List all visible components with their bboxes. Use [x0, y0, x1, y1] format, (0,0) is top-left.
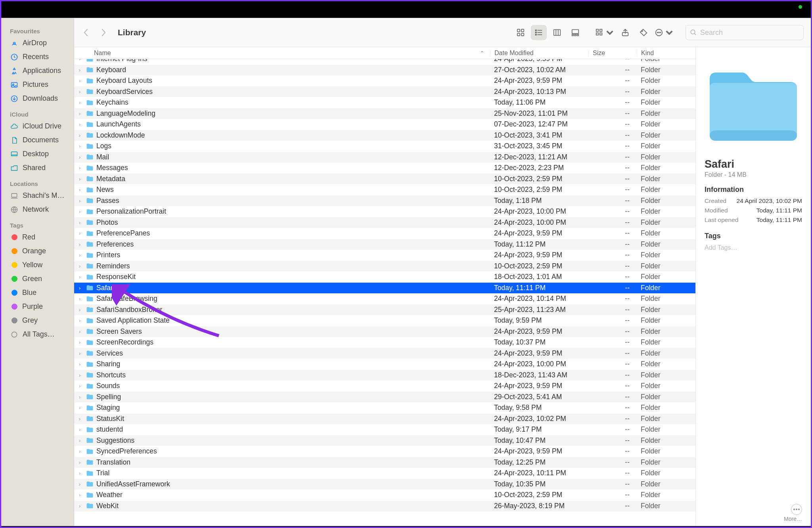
- table-row[interactable]: › LaunchAgents 07-Dec-2023, 12:47 PM -- …: [74, 119, 695, 130]
- sidebar-item-desktop[interactable]: Desktop: [1, 147, 74, 161]
- sidebar-item-icloud-drive[interactable]: iCloud Drive: [1, 119, 74, 133]
- table-row[interactable]: › Messages 12-Dec-2023, 2:23 PM -- Folde…: [74, 163, 695, 174]
- disclosure-chevron-icon[interactable]: ›: [79, 285, 84, 291]
- table-row[interactable]: › ScreenRecordings Today, 10:37 PM -- Fo…: [74, 337, 695, 348]
- disclosure-chevron-icon[interactable]: ›: [79, 165, 84, 171]
- disclosure-chevron-icon[interactable]: ›: [79, 143, 84, 149]
- disclosure-chevron-icon[interactable]: ›: [79, 220, 84, 226]
- disclosure-chevron-icon[interactable]: ›: [79, 394, 84, 400]
- disclosure-chevron-icon[interactable]: ›: [79, 78, 84, 84]
- table-row[interactable]: › Reminders 10-Oct-2023, 2:59 PM -- Fold…: [74, 261, 695, 272]
- table-row[interactable]: › studentd Today, 9:17 PM -- Folder: [74, 424, 695, 435]
- disclosure-chevron-icon[interactable]: ›: [79, 111, 84, 117]
- table-row[interactable]: › UnifiedAssetFramework Today, 10:35 PM …: [74, 479, 695, 490]
- sidebar-tag-orange[interactable]: Orange: [1, 244, 74, 258]
- sidebar-item-network[interactable]: Network: [1, 203, 74, 216]
- disclosure-chevron-icon[interactable]: ›: [79, 470, 84, 476]
- disclosure-chevron-icon[interactable]: ›: [79, 132, 84, 138]
- table-row[interactable]: › WebKit 26-May-2023, 8:19 PM -- Folder: [74, 501, 695, 512]
- disclosure-chevron-icon[interactable]: ›: [79, 296, 84, 302]
- sidebar-tag-yellow[interactable]: Yellow: [1, 258, 74, 272]
- sidebar-tag-blue[interactable]: Blue: [1, 286, 74, 300]
- disclosure-chevron-icon[interactable]: ›: [79, 329, 84, 335]
- table-row[interactable]: › Photos 24-Apr-2023, 10:00 PM -- Folder: [74, 217, 695, 228]
- sidebar-item-recents[interactable]: Recents: [1, 50, 74, 64]
- disclosure-chevron-icon[interactable]: ›: [79, 241, 84, 247]
- disclosure-chevron-icon[interactable]: ›: [79, 503, 84, 509]
- disclosure-chevron-icon[interactable]: ›: [79, 263, 84, 269]
- table-row[interactable]: › LockdownMode 10-Oct-2023, 3:41 PM -- F…: [74, 130, 695, 141]
- disclosure-chevron-icon[interactable]: ›: [79, 154, 84, 160]
- nav-forward-button[interactable]: [96, 25, 111, 40]
- sidebar-item-applications[interactable]: Applications: [1, 64, 74, 78]
- table-row[interactable]: › News 10-Oct-2023, 2:59 PM -- Folder: [74, 184, 695, 195]
- sidebar-tag-grey[interactable]: Grey: [1, 314, 74, 327]
- table-row[interactable]: › Services 24-Apr-2023, 9:59 PM -- Folde…: [74, 348, 695, 359]
- disclosure-chevron-icon[interactable]: ›: [79, 361, 84, 367]
- disclosure-chevron-icon[interactable]: ›: [79, 198, 84, 204]
- disclosure-chevron-icon[interactable]: ›: [79, 459, 84, 465]
- disclosure-chevron-icon[interactable]: ›: [79, 99, 84, 105]
- table-row[interactable]: › KeyboardServices 24-Apr-2023, 10:13 PM…: [74, 86, 695, 98]
- column-header-kind[interactable]: Kind: [637, 50, 695, 57]
- table-row[interactable]: › Shortcuts 18-Dec-2023, 11:43 AM -- Fol…: [74, 370, 695, 381]
- table-row[interactable]: › ResponseKit 18-Oct-2023, 1:01 AM -- Fo…: [74, 272, 695, 283]
- table-row[interactable]: › Internet Plug-Ins 24-Apr-2023, 9:59 PM…: [74, 59, 695, 65]
- table-row[interactable]: › Printers 24-Apr-2023, 9:59 PM -- Folde…: [74, 250, 695, 261]
- disclosure-chevron-icon[interactable]: ›: [79, 492, 84, 498]
- table-row[interactable]: › Metadata 10-Oct-2023, 2:59 PM -- Folde…: [74, 174, 695, 185]
- table-row[interactable]: › Suggestions Today, 10:47 PM -- Folder: [74, 435, 695, 446]
- sidebar-tag-purple[interactable]: Purple: [1, 300, 74, 314]
- sidebar-item-pictures[interactable]: Pictures: [1, 78, 74, 92]
- disclosure-chevron-icon[interactable]: ›: [79, 187, 84, 193]
- share-button[interactable]: [617, 25, 633, 40]
- table-row[interactable]: › Screen Savers 24-Apr-2023, 9:59 PM -- …: [74, 326, 695, 337]
- sidebar-item-all-tags[interactable]: All Tags…: [1, 327, 74, 341]
- table-row[interactable]: › Saved Application State Today, 9:59 PM…: [74, 315, 695, 326]
- sidebar-item-documents[interactable]: Documents: [1, 133, 74, 147]
- search-input[interactable]: Search: [686, 25, 804, 40]
- sidebar-item-shachi-s-m-[interactable]: Shachi's M…: [1, 189, 74, 203]
- add-tags-input[interactable]: Add Tags…: [705, 244, 802, 251]
- table-row[interactable]: › Weather 10-Oct-2023, 2:59 PM -- Folder: [74, 490, 695, 501]
- sidebar-item-airdrop[interactable]: AirDrop: [1, 36, 74, 50]
- disclosure-chevron-icon[interactable]: ›: [79, 427, 84, 432]
- table-row[interactable]: › PreferencePanes 24-Apr-2023, 9:59 PM -…: [74, 228, 695, 239]
- disclosure-chevron-icon[interactable]: ›: [79, 318, 84, 323]
- disclosure-chevron-icon[interactable]: ›: [79, 372, 84, 378]
- disclosure-chevron-icon[interactable]: ›: [79, 339, 84, 345]
- table-row[interactable]: › Translation Today, 12:25 PM -- Folder: [74, 457, 695, 468]
- table-row[interactable]: › Safari Today, 11:11 PM -- Folder: [74, 283, 695, 294]
- sidebar-tag-red[interactable]: Red: [1, 230, 74, 244]
- table-row[interactable]: › SafariSandboxBroker 25-Apr-2023, 11:23…: [74, 304, 695, 316]
- table-row[interactable]: › SyncedPreferences 24-Apr-2023, 9:59 PM…: [74, 446, 695, 457]
- disclosure-chevron-icon[interactable]: ›: [79, 481, 84, 487]
- table-row[interactable]: › Staging Today, 9:58 PM -- Folder: [74, 402, 695, 413]
- disclosure-chevron-icon[interactable]: ›: [79, 274, 84, 280]
- disclosure-chevron-icon[interactable]: ›: [79, 209, 84, 214]
- sidebar-tag-green[interactable]: Green: [1, 272, 74, 286]
- table-row[interactable]: › Keyboard Layouts 24-Apr-2023, 9:59 PM …: [74, 75, 695, 86]
- view-gallery-button[interactable]: [567, 25, 583, 40]
- sidebar-item-downloads[interactable]: Downloads: [1, 92, 74, 105]
- preview-more-button[interactable]: More…: [705, 504, 802, 522]
- table-row[interactable]: › PersonalizationPortrait 24-Apr-2023, 1…: [74, 206, 695, 217]
- table-row[interactable]: › Keyboard 27-Oct-2023, 10:02 AM -- Fold…: [74, 65, 695, 76]
- nav-back-button[interactable]: [79, 25, 93, 40]
- table-row[interactable]: › Sounds 24-Apr-2023, 9:59 PM -- Folder: [74, 381, 695, 392]
- table-row[interactable]: › Trial 24-Apr-2023, 10:11 PM -- Folder: [74, 468, 695, 479]
- table-row[interactable]: › Logs 31-Oct-2023, 3:45 PM -- Folder: [74, 141, 695, 152]
- table-row[interactable]: › Keychains Today, 11:06 PM -- Folder: [74, 97, 695, 108]
- column-header-date[interactable]: Date Modified: [490, 50, 588, 57]
- table-row[interactable]: › Passes Today, 1:18 PM -- Folder: [74, 195, 695, 207]
- disclosure-chevron-icon[interactable]: ›: [79, 350, 84, 356]
- disclosure-chevron-icon[interactable]: ›: [79, 448, 84, 454]
- disclosure-chevron-icon[interactable]: ›: [79, 121, 84, 127]
- disclosure-chevron-icon[interactable]: ›: [79, 416, 84, 422]
- table-row[interactable]: › SafariSafeBrowsing 24-Apr-2023, 10:14 …: [74, 293, 695, 304]
- table-row[interactable]: › Mail 12-Dec-2023, 11:21 AM -- Folder: [74, 152, 695, 163]
- disclosure-chevron-icon[interactable]: ›: [79, 67, 84, 73]
- sidebar-item-shared[interactable]: Shared: [1, 161, 74, 175]
- view-columns-button[interactable]: [549, 25, 565, 40]
- disclosure-chevron-icon[interactable]: ›: [79, 89, 84, 95]
